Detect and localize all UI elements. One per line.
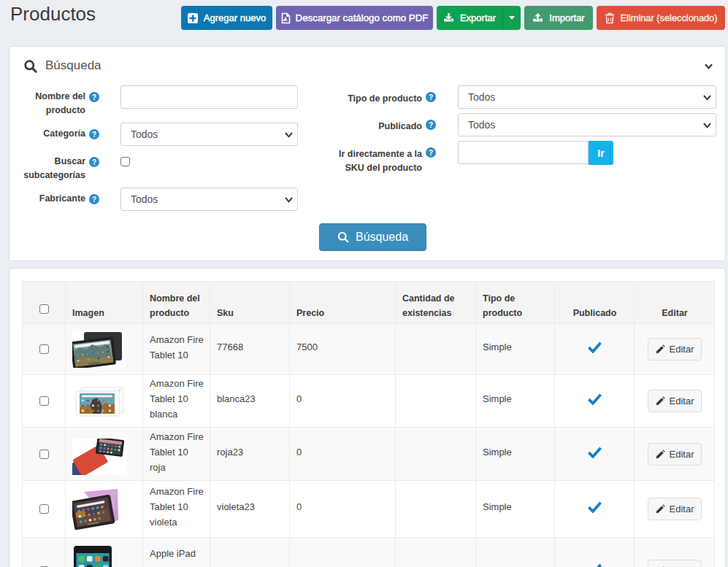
svg-text:?: ? xyxy=(92,131,96,139)
svg-text:?: ? xyxy=(429,121,433,129)
svg-text:?: ? xyxy=(92,93,96,101)
svg-text:?: ? xyxy=(429,93,433,101)
svg-text:?: ? xyxy=(92,158,96,166)
svg-text:?: ? xyxy=(429,149,433,157)
svg-text:?: ? xyxy=(92,196,96,204)
